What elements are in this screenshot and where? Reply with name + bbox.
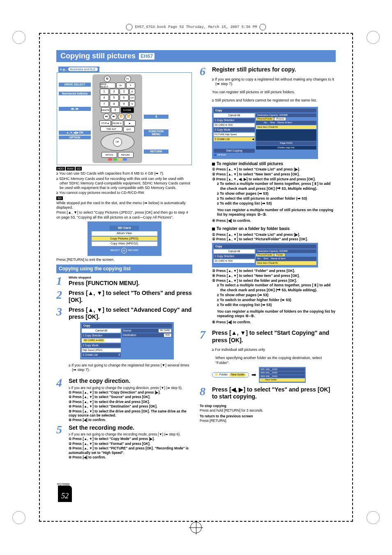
left-column: e.g.,Australia and N.Z. DRIVE SELECT Num… [56,64,192,461]
copying-list-header: Copying using the copying list [56,265,192,273]
remote-icon: ⏻TV DRIVE SELECTAV+ 123∧ 456CH 789∨ DELE… [92,74,142,163]
rqt-code: RQT8906 [57,483,69,486]
page-title: Copying still pictures [60,52,136,60]
media-tags: HDDRAMSD [56,166,192,171]
copy-panel-1: Copy Cancel All 1 Copy Direction SD CARD… [80,322,174,359]
page: EH57_67GX.book Page 52 Thursday, March 1… [39,33,353,522]
folder-selector: 📁 Folder New folder ➡ 001 100__DVD 002 1… [212,367,336,383]
sd-tag: SD [56,196,63,200]
crop-frame: EH57_67GX.book Page 52 Thursday, March 1… [0,0,392,555]
page-number: 52 [58,486,72,502]
running-head: EH57_67GX.book Page 52 Thursday, March 1… [126,24,266,30]
remote-diagram: DRIVE SELECT Numbered buttons ⏮, ⏭ ▲,▼,◀… [57,72,192,165]
copy-panel-2: Copy Cancel All 1 Copy Direction SD CARD… [212,107,318,159]
page-title-bar: Copying still pictures EH67 [56,50,336,62]
copy-panel-3: Copy Cancel All 1 Copy Direction SD CARD… [212,243,318,268]
model-badge: EH67 [139,53,154,60]
example-label: e.g.,Australia and N.Z. [58,67,99,72]
sd-card-menu: SD Card Album View Copy Pictures (JPEG) … [88,221,161,256]
registration-mark-icon [190,522,202,533]
right-column: 6 Register still pictures for copy. If y… [200,64,336,461]
